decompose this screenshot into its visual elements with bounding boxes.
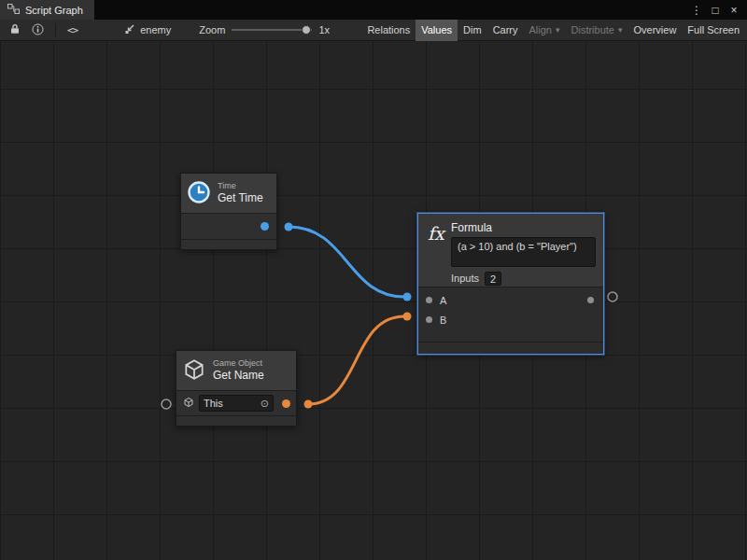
relations-button[interactable]: Relations: [361, 20, 416, 41]
zoom-slider[interactable]: [232, 29, 312, 31]
wire-layer: [0, 41, 747, 560]
overview-button[interactable]: Overview: [628, 20, 683, 41]
chevron-down-icon: ▾: [556, 25, 560, 35]
node-title: Get Time: [218, 191, 263, 204]
info-button[interactable]: [26, 20, 49, 41]
zoom-slider-handle[interactable]: [302, 25, 311, 35]
port-b-label: B: [440, 315, 446, 326]
formula-inputs-row: Inputs 2: [451, 271, 596, 286]
window-menu-icon[interactable]: ⋮: [689, 3, 704, 18]
code-view-button[interactable]: <>: [62, 20, 83, 41]
port-b-dot[interactable]: [426, 316, 432, 323]
target-object-field[interactable]: This ⊙: [199, 395, 274, 412]
game-object-cube-icon: [182, 357, 206, 384]
carry-button[interactable]: Carry: [487, 20, 524, 41]
tab-script-graph[interactable]: Script Graph: [0, 0, 94, 20]
graph-pointer-icon: [124, 23, 135, 36]
values-button[interactable]: Values: [416, 20, 458, 41]
script-graph-icon: [7, 4, 20, 16]
node-formula[interactable]: fx Formula (a > 10) and (b = "Player") I…: [417, 213, 604, 355]
lock-button[interactable]: [4, 20, 26, 41]
graph-toolbar: <> enemy Zoom 1x Relations Values Dim Ca…: [0, 20, 747, 41]
formula-port-row-a[interactable]: A: [418, 290, 603, 310]
zoom-label: Zoom: [199, 24, 225, 35]
get-name-body: This ⊙: [176, 391, 296, 416]
wire-getname-to-formula-b[interactable]: [308, 316, 404, 404]
get-name-titles: Game Object Get Name: [213, 358, 264, 382]
get-time-header[interactable]: Time Get Time: [181, 174, 276, 214]
distribute-button[interactable]: Distribute ▾: [566, 20, 628, 41]
zoom-control: Zoom 1x: [199, 24, 330, 35]
graph-breadcrumb[interactable]: enemy: [124, 23, 171, 36]
script-graph-window: Script Graph ⋮ □ × <> enemy: [0, 0, 747, 560]
get-time-titles: Time Get Time: [218, 181, 263, 204]
get-time-body: [181, 214, 276, 240]
toolbar-buttons: Relations Values Dim Carry Align ▾ Distr…: [361, 20, 747, 41]
formula-expression-input[interactable]: (a > 10) and (b = "Player"): [451, 237, 596, 267]
get-time-output-port[interactable]: [261, 222, 269, 231]
node-category: Time: [218, 181, 263, 191]
align-label: Align: [529, 24, 552, 35]
get-name-footer: [176, 416, 296, 426]
node-category: Game Object: [213, 358, 264, 369]
get-name-header[interactable]: Game Object Get Name: [176, 351, 296, 391]
tab-title: Script Graph: [25, 5, 83, 16]
formula-footer: [418, 343, 603, 354]
titlebar: Script Graph ⋮ □ ×: [0, 0, 747, 20]
distribute-label: Distribute: [571, 24, 614, 35]
maximize-icon[interactable]: □: [708, 3, 723, 18]
formula-result-dot[interactable]: [587, 297, 594, 303]
getname-target-input-port[interactable]: [162, 399, 171, 409]
toolbar-divider: [55, 23, 56, 37]
info-icon: [32, 23, 44, 37]
formula-ports: A B: [418, 287, 603, 343]
zoom-value: 1x: [318, 24, 330, 35]
formula-port-a-input-dot[interactable]: [403, 293, 412, 301]
formula-port-b-input-dot[interactable]: [403, 313, 412, 321]
wire-orange-start-dot[interactable]: [304, 400, 313, 409]
lock-icon: [9, 23, 21, 36]
close-icon[interactable]: ×: [726, 3, 741, 18]
node-title: Get Name: [213, 369, 264, 382]
target-value: This: [204, 398, 223, 409]
node-get-name[interactable]: Game Object Get Name This ⊙: [176, 350, 297, 427]
port-a-dot[interactable]: [426, 297, 432, 303]
object-picker-icon[interactable]: ⊙: [261, 398, 269, 410]
node-get-time[interactable]: Time Get Time: [180, 173, 277, 250]
formula-port-row-b[interactable]: B: [418, 310, 603, 329]
wire-blue-start-dot[interactable]: [285, 223, 293, 231]
time-clock-icon: [187, 180, 211, 206]
graph-canvas[interactable]: Time Get Time fx Formula (a > 10) and (b…: [0, 41, 747, 560]
formula-output-port[interactable]: [608, 292, 617, 301]
port-a-label: A: [440, 295, 446, 306]
formula-header-content: Formula (a > 10) and (b = "Player") Inpu…: [451, 214, 603, 287]
graph-name: enemy: [140, 24, 171, 35]
window-controls: ⋮ □ ×: [689, 3, 747, 18]
wire-gettime-to-formula-a[interactable]: [289, 227, 404, 297]
formula-header[interactable]: fx Formula (a > 10) and (b = "Player") I…: [418, 214, 603, 287]
cube-port-icon: [183, 397, 194, 410]
dim-button[interactable]: Dim: [458, 20, 487, 41]
inputs-label: Inputs: [451, 273, 479, 284]
get-time-footer: [181, 240, 276, 249]
node-title: Formula: [451, 221, 596, 233]
chevron-down-icon: ▾: [618, 25, 623, 35]
inputs-count-field[interactable]: 2: [485, 272, 501, 286]
formula-fx-icon: fx: [418, 214, 451, 287]
fullscreen-button[interactable]: Full Screen: [682, 20, 745, 41]
align-button[interactable]: Align ▾: [524, 20, 566, 41]
get-name-output-port[interactable]: [282, 399, 290, 408]
code-icon: <>: [67, 24, 78, 36]
